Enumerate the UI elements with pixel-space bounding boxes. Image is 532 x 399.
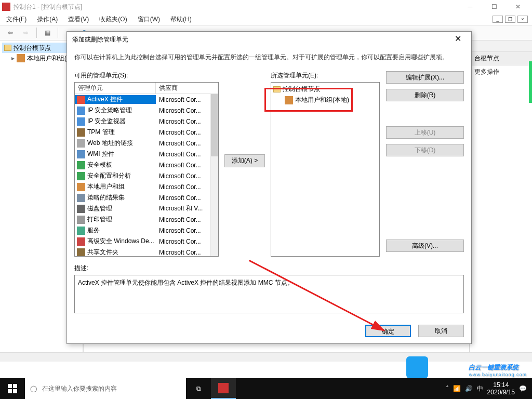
snapin-row[interactable]: 磁盘管理Microsoft 和 V... xyxy=(75,203,210,214)
ok-button[interactable]: 确定 xyxy=(365,325,411,337)
menu-help[interactable]: 帮助(H) xyxy=(168,14,194,25)
snapin-icon xyxy=(77,139,85,148)
snapin-icon xyxy=(77,172,85,180)
snapin-row[interactable]: 安全配置和分析Microsoft Cor... xyxy=(75,170,210,181)
tray-volume-icon[interactable]: 🔊 xyxy=(465,385,473,392)
start-button[interactable] xyxy=(0,378,25,399)
move-down-button[interactable]: 下移(D) xyxy=(386,144,464,156)
watermark: 白云一键重装系统 www.baiyunxitong.com xyxy=(469,360,527,377)
menu-favorites[interactable]: 收藏夹(O) xyxy=(97,14,129,25)
snapin-icon xyxy=(77,128,85,137)
snapin-icon xyxy=(77,161,85,169)
snapin-icon xyxy=(77,150,85,158)
system-tray: ˄ 📶 🔊 中 15:14 2020/9/15 💬 xyxy=(441,381,532,396)
snapin-row[interactable]: WMI 控件Microsoft Cor... xyxy=(75,149,210,159)
menu-view[interactable]: 查看(V) xyxy=(66,14,91,25)
tray-notifications-icon[interactable]: 💬 xyxy=(519,385,527,392)
snapin-row[interactable]: 策略的结果集Microsoft Cor... xyxy=(75,192,210,203)
users-icon xyxy=(17,54,25,62)
add-remove-snapin-dialog: 添加或删除管理单元 ✕ 你可以在计算机上为此控制台选择可用的管理单元并配置所选的… xyxy=(66,31,472,344)
delete-button[interactable]: 删除(R) xyxy=(386,89,464,101)
twitter-icon xyxy=(406,356,428,378)
tray-clock[interactable]: 15:14 2020/9/15 xyxy=(487,381,515,396)
snapin-row[interactable]: ActiveX 控件Microsoft Cor... xyxy=(75,94,210,105)
toolbar-grid-icon[interactable]: ▦ xyxy=(41,26,54,39)
mdi-close-icon[interactable]: × xyxy=(517,16,528,23)
snapin-icon xyxy=(77,205,85,213)
taskbar: ◯ 在这里输入你要搜索的内容 ⧉ ˄ 📶 🔊 中 15:14 2020/9/15… xyxy=(0,378,532,399)
forward-button[interactable]: ⇨ xyxy=(20,26,32,39)
snapin-row[interactable]: Web 地址的链接Microsoft Cor... xyxy=(75,138,210,149)
users-icon xyxy=(285,96,293,104)
snapin-row[interactable]: IP 安全策略管理Microsoft Cor... xyxy=(75,105,210,116)
col-vendor[interactable]: 供应商 xyxy=(156,83,218,94)
cortana-icon: ◯ xyxy=(30,385,37,392)
mdi-restore-icon[interactable]: ❐ xyxy=(505,16,515,23)
menubar: 文件(F) 操作(A) 查看(V) 收藏夹(O) 窗口(W) 帮助(H) _ ❐… xyxy=(0,14,532,25)
snapin-icon xyxy=(77,216,85,224)
actions-more[interactable]: 更多操作 xyxy=(470,65,532,78)
task-view-button[interactable]: ⧉ xyxy=(186,378,211,399)
actions-pane: 台根节点 更多操作 xyxy=(470,41,532,362)
selected-root[interactable]: 控制台根节点 xyxy=(272,84,378,95)
available-label: 可用的管理单元(S): xyxy=(74,71,219,80)
taskbar-app-mmc[interactable] xyxy=(211,378,236,399)
menu-window[interactable]: 窗口(W) xyxy=(136,14,162,25)
tray-chevron-icon[interactable]: ˄ xyxy=(446,385,449,392)
back-button[interactable]: ⇦ xyxy=(4,26,17,39)
horizontal-scrollbar[interactable] xyxy=(0,352,532,362)
snapin-icon xyxy=(77,107,85,115)
search-placeholder: 在这里输入你要搜索的内容 xyxy=(42,384,117,393)
move-up-button[interactable]: 上移(U) xyxy=(386,126,464,139)
snapin-row[interactable]: 安全模板Microsoft Cor... xyxy=(75,159,210,170)
snapin-row[interactable]: 打印管理Microsoft Cor... xyxy=(75,214,210,225)
app-icon xyxy=(2,3,10,11)
selected-child[interactable]: 本地用户和组(本地) xyxy=(272,95,378,105)
snapin-icon xyxy=(77,183,85,191)
actions-header: 台根节点 xyxy=(470,52,532,65)
snapin-icon xyxy=(77,248,85,257)
taskbar-search[interactable]: ◯ 在这里输入你要搜索的内容 xyxy=(25,378,186,399)
tray-network-icon[interactable]: 📶 xyxy=(453,385,461,392)
snapin-icon xyxy=(77,194,85,202)
col-snapin[interactable]: 管理单元 xyxy=(75,83,156,94)
snapin-row[interactable]: 服务Microsoft Cor... xyxy=(75,225,210,236)
list-scrollbar[interactable] xyxy=(210,94,218,256)
dialog-title: 添加或删除管理单元 xyxy=(72,35,449,44)
snapin-icon xyxy=(77,117,85,126)
description-box: ActiveX 控件管理单元使你能用包含 ActiveX 控件的结果视图添加 M… xyxy=(74,275,464,313)
window-title: 控制台1 - [控制台根节点] xyxy=(14,3,458,11)
menu-action[interactable]: 操作(A) xyxy=(35,14,60,25)
snapin-icon xyxy=(77,96,85,104)
folder-icon xyxy=(4,45,11,51)
available-snapins-list[interactable]: 管理单元 供应商 ActiveX 控件Microsoft Cor...IP 安全… xyxy=(74,82,219,257)
edit-extensions-button[interactable]: 编辑扩展(X)... xyxy=(386,71,464,84)
dialog-close-button[interactable]: ✕ xyxy=(449,32,466,47)
snapin-row[interactable]: IP 安全监视器Microsoft Cor... xyxy=(75,116,210,127)
add-button[interactable]: 添加(A) > xyxy=(224,154,265,167)
tray-ime[interactable]: 中 xyxy=(477,384,483,393)
selected-snapins-list[interactable]: 控制台根节点 本地用户和组(本地) xyxy=(271,82,380,257)
menu-file[interactable]: 文件(F) xyxy=(4,14,29,25)
snapin-row[interactable]: 本地用户和组Microsoft Cor... xyxy=(75,181,210,192)
snapin-row[interactable]: 共享文件夹Microsoft Cor... xyxy=(75,247,210,256)
dialog-description: 你可以在计算机上为此控制台选择可用的管理单元并配置所选的一组管理单元。对于可扩展… xyxy=(74,52,464,62)
snapin-row[interactable]: 高级安全 Windows De...Microsoft Cor... xyxy=(75,236,210,247)
folder-icon xyxy=(273,86,281,92)
snapin-row[interactable]: TPM 管理Microsoft Cor... xyxy=(75,127,210,138)
snapin-icon xyxy=(77,227,85,235)
titlebar: 控制台1 - [控制台根节点] ─ ☐ ✕ xyxy=(0,0,532,14)
description-label: 描述: xyxy=(74,264,464,273)
mdi-minimize-icon[interactable]: _ xyxy=(493,16,503,23)
advanced-button[interactable]: 高级(V)... xyxy=(386,240,464,252)
selected-label: 所选管理单元(E): xyxy=(271,71,380,80)
minimize-button[interactable]: ─ xyxy=(458,0,482,14)
maximize-button[interactable]: ☐ xyxy=(482,0,506,14)
cancel-button[interactable]: 取消 xyxy=(418,325,464,337)
close-button[interactable]: ✕ xyxy=(506,0,530,14)
perf-meter xyxy=(529,61,532,103)
snapin-icon xyxy=(77,237,85,246)
